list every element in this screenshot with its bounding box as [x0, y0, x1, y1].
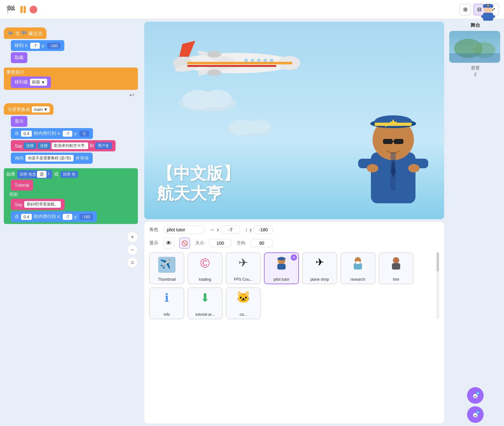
flag-icon: 🏁 [8, 31, 13, 36]
sprite-list-scrollbar[interactable] [437, 252, 439, 319]
svg-point-55 [393, 257, 399, 264]
svg-point-76 [474, 415, 475, 416]
cloud-2 [224, 117, 275, 136]
thumbnail-icon: ✈️ [158, 257, 176, 275]
hire-label: hire [393, 277, 399, 282]
when-backdrop-switches-block[interactable]: 当背景换成 main ▼ [4, 103, 53, 115]
svg-point-9 [203, 90, 232, 108]
zoom-in-button[interactable]: + [127, 232, 138, 242]
stage-title: 【中文版】 航天大亨 [157, 163, 240, 203]
zoom-out-button[interactable]: − [127, 244, 138, 255]
block-group-4: 如果 回答 包含 是 ? 或 回答 包 Tuto [4, 168, 138, 224]
svg-point-44 [408, 164, 420, 172]
block-group-2: 重复执行 移到最 前面 ▼ ↩ [4, 68, 138, 99]
sprite-plane-shop[interactable]: ✈ plane shop [302, 252, 337, 284]
svg-rect-45 [391, 152, 396, 191]
svg-point-77 [476, 415, 477, 416]
repeat-block[interactable]: 重复执行 移到最 前面 ▼ [4, 68, 138, 90]
svg-rect-37 [383, 139, 393, 144]
svg-rect-28 [187, 62, 292, 64]
glide-block-2[interactable]: 在 0.4 秒内滑行到 x: -7 y: -180 [11, 211, 97, 222]
right-panel: 舞台 背景 2 [447, 19, 504, 426]
delete-pilot-button[interactable]: ✕ [291, 254, 297, 261]
code-panel: 🏁 当 🏁 被点击 移到 x: -7 y: -180 隐藏 重复执行 移到最 [0, 19, 142, 426]
sprite-info[interactable]: ℹ info [149, 287, 184, 319]
x-coord-input[interactable] [221, 226, 240, 234]
move-to-block[interactable]: 移到 x: -7 y: -180 [11, 40, 64, 51]
stage-plane [170, 34, 303, 92]
scrollbar-thumb [437, 252, 439, 271]
svg-point-67 [474, 396, 475, 397]
sprite-controls-row: 角色 ↔ x ↕ y [149, 226, 439, 234]
y-coord-input[interactable] [254, 226, 273, 234]
svg-rect-54 [356, 261, 360, 264]
pilot-tutor-icon: ✈ [273, 255, 289, 273]
add-sprite-icon [471, 410, 480, 419]
show-block[interactable]: 显示 [11, 116, 27, 127]
y-coord-group: ↕ y [245, 226, 273, 234]
stop-button[interactable] [30, 6, 37, 13]
loading-icon: © [200, 256, 209, 271]
stage-pilot: ✈ [349, 92, 438, 219]
tutorial-icon: ⬇ [200, 291, 210, 305]
say-block-1[interactable]: Say 连接 连接 歡迎來到航空大亨, 和 用户名 [11, 140, 116, 151]
start-button[interactable]: 🏁 [5, 4, 17, 15]
sprite-research[interactable]: research [340, 252, 375, 284]
pause-button[interactable] [20, 6, 26, 13]
else-content: Say 那好吧!享受遊戲。 在 0.4 秒内滑行到 x: -7 y: -180 [11, 199, 135, 222]
sprite-hire[interactable]: hire [379, 252, 414, 284]
top-toolbar: 🏁 ⊞ ⊟ ⤢ [0, 0, 504, 19]
sprite-loading[interactable]: © loading [188, 252, 223, 284]
svg-point-43 [367, 164, 378, 172]
backdrop-count: 2 [474, 72, 477, 77]
layout-button-1[interactable]: ⊞ [459, 4, 471, 15]
go-to-front-block[interactable]: 移到最 前面 ▼ [11, 76, 51, 88]
show-button[interactable]: 👁 [163, 238, 174, 249]
tutorial-block: Tutorial [11, 180, 135, 191]
backdrop-dropdown[interactable]: main ▼ [32, 106, 50, 112]
block-group-3: 当背景换成 main ▼ 显示 在 0.4 秒内滑行到 x: -7 y: 0 S… [4, 103, 138, 164]
sprite-tutorial-ar[interactable]: ⬇ tutorial-ar... [188, 287, 223, 319]
else-label: 否则 [6, 192, 135, 198]
glide-to-block[interactable]: 在 0.4 秒内滑行到 x: -7 y: 0 [11, 128, 93, 139]
sprite-name-input[interactable] [163, 226, 205, 234]
fps-icon: ✈ [238, 256, 248, 270]
say-block-2[interactable]: Say 那好吧!享受遊戲。 [11, 199, 65, 210]
hire-icon [388, 256, 404, 274]
center-panel: ✈ 【中文版】 航天大亨 [142, 19, 447, 426]
show-label: 显示 [149, 240, 158, 246]
hide-block[interactable]: 隐藏 [11, 52, 27, 63]
svg-point-21 [207, 69, 221, 76]
ask-block[interactable]: 询问 你是不是需要教程 (是/否) 并等待 [11, 153, 93, 164]
tutorial-inner-block[interactable]: Tutorial [11, 180, 33, 191]
sprite-fps-counter[interactable]: ✈ FPS Cou... [226, 252, 261, 284]
research-icon [350, 256, 366, 274]
svg-text:✈️: ✈️ [160, 259, 171, 269]
size-input[interactable] [209, 239, 231, 247]
svg-point-22 [207, 51, 221, 57]
chevron-down-icon: ▼ [41, 80, 45, 85]
sprite-thumbnail[interactable]: ✈️ Thumbnail [149, 252, 184, 284]
when-flag-clicked-block[interactable]: 🏁 当 🏁 被点击 [4, 27, 46, 39]
x-axis-icon: ↔ [210, 227, 215, 233]
direction-input[interactable] [251, 239, 273, 247]
stage-title-line1: 【中文版】 [157, 163, 240, 183]
research-label: research [351, 277, 366, 282]
sprite-ca[interactable]: 🐱 ca... [226, 287, 261, 319]
front-dropdown[interactable]: 前面 ▼ [30, 79, 47, 86]
svg-text:✈: ✈ [277, 260, 280, 263]
loop-arrow: ↩ [4, 91, 138, 99]
thumbnail-label: Thumbnail [158, 277, 176, 282]
stage-mini-thumbnail[interactable] [449, 31, 500, 63]
add-backdrop-icon [471, 391, 480, 400]
sprite-pilot-tutor[interactable]: ✕ ✈ pilot tutor [264, 252, 299, 284]
zoom-reset-button[interactable]: = [127, 257, 138, 268]
add-sprite-button[interactable] [467, 406, 484, 423]
add-backdrop-button[interactable] [467, 387, 484, 404]
info-label: info [164, 312, 170, 317]
hide-button[interactable]: 🚫 [179, 238, 190, 249]
loading-label: loading [199, 277, 211, 282]
fps-label: FPS Cou... [234, 277, 253, 282]
svg-text:✈: ✈ [383, 121, 389, 129]
if-block[interactable]: 如果 回答 包含 是 ? 或 回答 包 Tuto [4, 168, 138, 224]
